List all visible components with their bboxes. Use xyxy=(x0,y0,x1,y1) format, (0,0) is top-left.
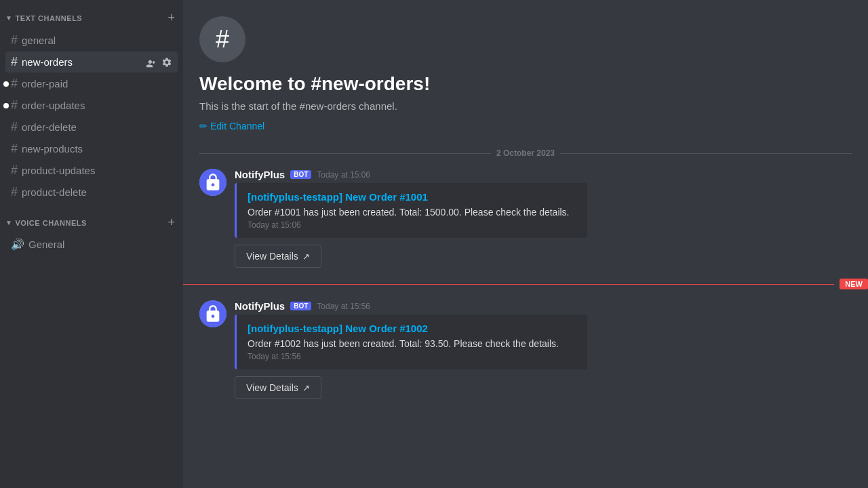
message-timestamp: Today at 15:56 xyxy=(317,302,370,311)
hash-icon: # xyxy=(11,77,18,91)
message-embed: [notifyplus-testapp] New Order #1002 Ord… xyxy=(235,314,587,369)
hash-icon: # xyxy=(11,142,18,156)
embed-description: Order #1001 has just been created. Total… xyxy=(248,207,576,218)
new-messages-divider: NEW xyxy=(183,279,868,289)
welcome-description: This is the start of the #new-orders cha… xyxy=(199,100,852,112)
view-details-button[interactable]: View Details ↗ xyxy=(235,376,321,399)
hash-icon: # xyxy=(11,98,18,113)
divider-line xyxy=(199,153,491,154)
text-channels-title: ▼ TEXT CHANNELS xyxy=(5,14,82,22)
message-content: NotifyPlus BOT Today at 15:06 [notifyplu… xyxy=(235,169,852,268)
divider-line xyxy=(560,153,852,154)
channel-action-icons xyxy=(146,57,172,68)
voice-channel-general[interactable]: 🔊 General xyxy=(5,235,178,254)
channel-item-new-products[interactable]: # new-products xyxy=(5,138,178,159)
invite-member-button[interactable] xyxy=(146,57,157,68)
avatar xyxy=(199,300,226,327)
message-header: NotifyPlus BOT Today at 15:56 xyxy=(235,300,852,312)
new-badge: NEW xyxy=(840,279,868,289)
embed-footer: Today at 15:06 xyxy=(248,220,576,230)
channel-icon: # xyxy=(199,16,245,62)
welcome-title: Welcome to #new-orders! xyxy=(199,73,852,95)
message-group: NotifyPlus BOT Today at 15:56 [notifyplu… xyxy=(183,295,868,405)
new-divider-line xyxy=(183,284,834,285)
add-text-channel-button[interactable]: + xyxy=(165,9,178,26)
view-details-button[interactable]: View Details ↗ xyxy=(235,245,321,268)
channel-item-product-updates[interactable]: # product-updates xyxy=(5,160,178,181)
hash-icon: # xyxy=(11,120,18,134)
text-channels-list: # general # new-orders # order-paid xyxy=(0,29,183,203)
hash-icon: # xyxy=(11,163,18,178)
settings-button[interactable] xyxy=(161,57,172,68)
channel-item-order-delete[interactable]: # order-delete xyxy=(5,117,178,138)
channel-item-general[interactable]: # general xyxy=(5,30,178,51)
embed-description: Order #1002 has just been created. Total… xyxy=(248,338,576,349)
bot-badge: BOT xyxy=(290,302,311,310)
message-embed: [notifyplus-testapp] New Order #1001 Ord… xyxy=(235,183,587,238)
hash-icon: # xyxy=(11,33,18,47)
bot-badge: BOT xyxy=(290,170,311,179)
avatar xyxy=(199,169,226,196)
add-voice-channel-button[interactable]: + xyxy=(165,214,178,231)
channel-item-product-delete[interactable]: # product-delete xyxy=(5,182,178,203)
messages-area[interactable]: # Welcome to #new-orders! This is the st… xyxy=(183,0,868,488)
channel-item-order-updates[interactable]: # order-updates xyxy=(5,95,178,116)
sidebar: ▼ TEXT CHANNELS + # general # new-orders xyxy=(0,0,183,488)
avatar-inner xyxy=(199,300,226,327)
unread-dot xyxy=(3,103,9,108)
text-channels-header[interactable]: ▼ TEXT CHANNELS + xyxy=(0,5,183,29)
main-content: # Welcome to #new-orders! This is the st… xyxy=(183,0,868,488)
message-header: NotifyPlus BOT Today at 15:06 xyxy=(235,169,852,180)
embed-title[interactable]: [notifyplus-testapp] New Order #1002 xyxy=(248,323,576,334)
avatar-inner xyxy=(199,169,226,196)
message-timestamp: Today at 15:06 xyxy=(317,170,370,180)
message-author: NotifyPlus xyxy=(235,300,285,312)
chevron-down-icon: ▼ xyxy=(5,219,12,226)
message-group: NotifyPlus BOT Today at 15:06 [notifyplu… xyxy=(183,163,868,273)
voice-channels-title: ▼ VOICE CHANNELS xyxy=(5,219,87,227)
external-link-icon: ↗ xyxy=(302,383,310,393)
date-divider-text: 2 October 2023 xyxy=(496,148,555,158)
unread-dot xyxy=(3,81,9,87)
pencil-icon: ✏ xyxy=(199,121,208,131)
hash-icon: # xyxy=(11,55,18,69)
channel-item-order-paid[interactable]: # order-paid xyxy=(5,73,178,94)
message-author: NotifyPlus xyxy=(235,169,285,180)
date-divider: 2 October 2023 xyxy=(183,143,868,163)
message-content: NotifyPlus BOT Today at 15:56 [notifyplu… xyxy=(235,300,852,399)
channel-welcome: # Welcome to #new-orders! This is the st… xyxy=(183,0,868,143)
external-link-icon: ↗ xyxy=(302,251,310,262)
edit-channel-link[interactable]: ✏ Edit Channel xyxy=(199,121,264,131)
chevron-down-icon: ▼ xyxy=(5,14,12,22)
channel-item-new-orders[interactable]: # new-orders xyxy=(5,52,178,73)
voice-channels-header[interactable]: ▼ VOICE CHANNELS + xyxy=(0,203,183,234)
embed-footer: Today at 15:56 xyxy=(248,352,576,361)
embed-title[interactable]: [notifyplus-testapp] New Order #1001 xyxy=(248,191,576,203)
hash-icon: # xyxy=(11,185,18,199)
speaker-icon: 🔊 xyxy=(11,238,24,251)
